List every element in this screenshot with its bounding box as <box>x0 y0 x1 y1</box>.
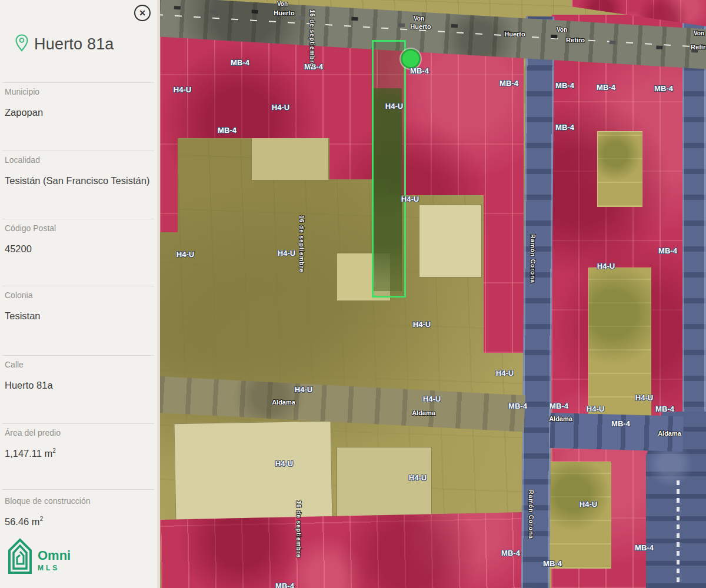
property-marker-pin[interactable] <box>401 49 421 69</box>
divider <box>2 82 154 83</box>
omni-mls-logo: Omni MLS <box>7 536 71 577</box>
divider <box>2 355 154 356</box>
field-value: 45200 <box>5 240 155 255</box>
zone-yellow-patch <box>597 131 642 207</box>
parcel-block <box>337 447 432 519</box>
field-codigo-postal: Código Postal 45200 <box>5 223 155 255</box>
divider <box>2 219 154 219</box>
field-label: Calle <box>5 360 155 369</box>
divider <box>2 151 154 151</box>
field-municipio: Municipio Zapopan <box>5 87 155 118</box>
logo-omni-text: Omni <box>38 549 71 562</box>
field-value: Tesistan <box>5 308 155 322</box>
divider <box>2 423 154 424</box>
property-boundary-polygon[interactable] <box>372 40 406 298</box>
field-colonia: Colonia Tesistan <box>5 290 155 322</box>
road-ramon-corona <box>521 16 554 588</box>
field-area-predio: Área del predio 1,147.11 m2 <box>5 428 155 459</box>
location-pin-icon <box>15 34 28 54</box>
property-info-panel: ✕ Huerto 81a Municipio Zapopan Localidad… <box>0 0 160 588</box>
zone-yellow-patch <box>547 462 611 569</box>
street-label-illegible <box>677 479 680 582</box>
divider <box>2 489 154 490</box>
field-label: Código Postal <box>5 223 155 233</box>
divider <box>2 286 154 286</box>
road-aldama-east <box>550 413 683 452</box>
field-value: 56.46 m2 <box>5 513 155 527</box>
logo-mls-text: MLS <box>38 564 71 572</box>
close-button[interactable]: ✕ <box>134 5 151 21</box>
field-value: 1,147.11 m2 <box>5 445 155 459</box>
omni-house-icon <box>7 536 33 577</box>
warehouse-roof <box>174 421 333 525</box>
field-value: Huerto 81a <box>5 377 155 391</box>
field-label: Municipio <box>5 87 155 96</box>
zoning-map[interactable]: MB-4MB-4MB-4MB-4MB-4MB-4MB-4MB-4MB-4MB-4… <box>160 0 706 588</box>
zone-red-bottom <box>160 512 527 588</box>
field-label: Localidad <box>5 155 155 165</box>
field-label: Colonia <box>5 290 155 300</box>
field-label: Bloque de construcción <box>5 496 155 506</box>
field-value: Tesistán (San Francisco Tesistán) <box>5 172 155 186</box>
parcel-block <box>419 205 482 278</box>
field-label: Área del predio <box>5 428 155 437</box>
field-value: Zapopan <box>5 104 155 118</box>
zone-yellow-patch <box>588 268 651 422</box>
field-bloque-construccion: Bloque de construcción 56.46 m2 <box>5 496 155 527</box>
page-title: Huerto 81a <box>34 35 114 54</box>
field-localidad: Localidad Tesistán (San Francisco Tesist… <box>5 155 155 186</box>
title-row: Huerto 81a <box>15 34 114 54</box>
field-calle: Calle Huerto 81a <box>5 360 155 391</box>
parked-cars <box>174 6 181 10</box>
